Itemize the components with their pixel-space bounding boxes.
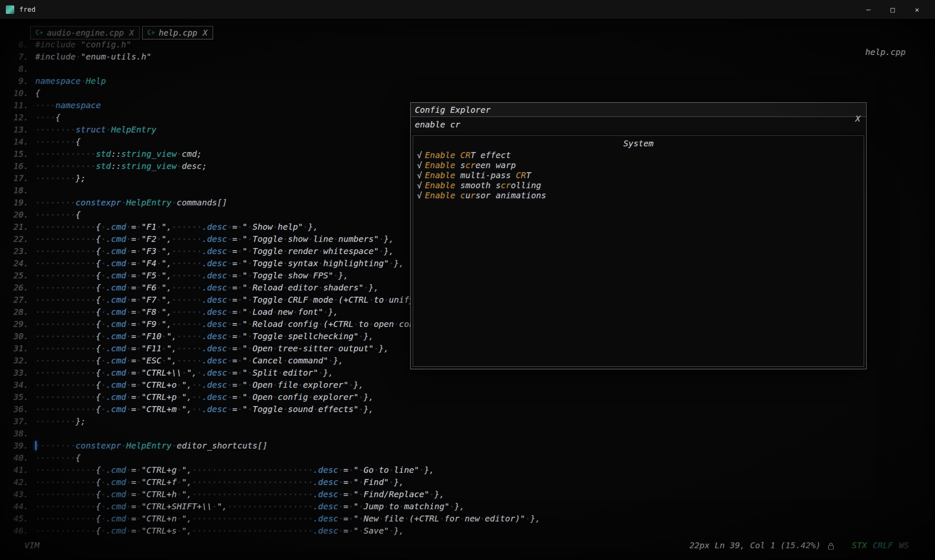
titlebar: fred — □ ✕ [0, 0, 935, 19]
file-flags: STXCRLFWS [852, 540, 909, 550]
code-line-44[interactable]: 44.············{·.cmd·=·"CTRL+SHIFT+\\·"… [11, 500, 935, 513]
line-number: 36. [11, 403, 35, 415]
code-line-6[interactable]: 6.#include·"config.h" [11, 39, 935, 51]
code-line-42[interactable]: 42.············{·.cmd·=·"CTRL+f·",······… [11, 476, 935, 488]
status-flag-ws: WS [899, 540, 909, 550]
window-title: fred [19, 5, 36, 13]
popup-close-button[interactable]: X [855, 114, 860, 124]
code-line-45[interactable]: 45.············{·.cmd·=·"CTRL+n·",······… [11, 513, 935, 525]
line-number: 15. [11, 148, 35, 160]
tab-label: audio-engine.cpp [47, 28, 124, 37]
line-number: 16. [11, 160, 35, 172]
line-number: 31. [11, 342, 35, 355]
line-number: 10. [11, 87, 35, 99]
line-number: 35. [11, 391, 35, 403]
line-number: 45. [11, 513, 35, 525]
code-line-37[interactable]: 37.········}; [11, 415, 935, 428]
line-number: 38. [11, 428, 35, 440]
checkbox-checked-icon[interactable]: √ [417, 190, 422, 200]
code-line-36[interactable]: 36.············{·.cmd·=·"CTRL+m·",··.des… [11, 403, 935, 415]
tab-close-icon[interactable]: X [203, 28, 207, 37]
buffer-filename-badge: help.cpp [865, 47, 906, 57]
line-number: 7. [11, 51, 35, 63]
status-flag-crlf: CRLF [873, 540, 893, 550]
code-line-41[interactable]: 41.············{·.cmd·=·"CTRL+g·",······… [11, 464, 935, 476]
line-number: 22. [11, 233, 35, 245]
line-number: 13. [11, 124, 35, 136]
config-explorer-popup: Config Explorer X enable cr System √Enab… [410, 102, 867, 369]
code-line-35[interactable]: 35.············{·.cmd·=·"CTRL+p·",··.des… [11, 391, 935, 403]
line-number: 23. [11, 245, 35, 257]
cpp-file-icon: C+ [148, 29, 155, 36]
code-line-39[interactable]: 39.········constexpr·HelpEntry·editor_sh… [11, 440, 935, 452]
config-option[interactable]: √Enable cursor animations [413, 190, 864, 200]
line-number: 25. [11, 270, 35, 282]
config-search-input[interactable]: enable cr [411, 117, 866, 132]
line-number: 9. [11, 75, 35, 87]
code-line-40[interactable]: 40.········{ [11, 452, 935, 464]
line-number: 26. [11, 282, 35, 294]
code-line-34[interactable]: 34.············{·.cmd·=·"CTRL+o·",··.des… [11, 379, 935, 391]
cursor-position-info: 22px Ln 39, Col 1 (15.42%) [690, 540, 821, 550]
status-flag-stx: STX [852, 540, 867, 550]
minimize-button[interactable]: — [856, 5, 880, 14]
line-number: 17. [11, 172, 35, 184]
line-number: 34. [11, 379, 35, 391]
line-number: 40. [11, 452, 35, 464]
tab-close-icon[interactable]: X [129, 28, 134, 37]
line-number: 12. [11, 111, 35, 124]
line-number: 44. [11, 500, 35, 513]
line-number: 14. [11, 136, 35, 148]
window-controls: — □ ✕ [856, 5, 929, 14]
config-option[interactable]: √Enable smooth scrolling [413, 180, 864, 190]
lock-icon [828, 542, 834, 550]
code-line-43[interactable]: 43.············{·.cmd·=·"CTRL+h·",······… [11, 488, 935, 500]
cpp-file-icon: C+ [36, 29, 43, 36]
checkbox-checked-icon[interactable]: √ [417, 170, 422, 180]
tab-label: help.cpp [159, 28, 198, 37]
checkbox-checked-icon[interactable]: √ [417, 180, 422, 190]
line-number: 28. [11, 306, 35, 318]
tab-audio-engine-cpp[interactable]: C+ audio-engine.cpp X [30, 26, 140, 39]
line-number: 32. [11, 355, 35, 367]
code-line-10[interactable]: 10.{ [11, 87, 935, 99]
line-number: 21. [11, 221, 35, 233]
line-number: 39. [11, 440, 35, 452]
config-options-panel: System √Enable CRT effect√Enable screen … [413, 135, 864, 367]
line-number: 11. [11, 99, 35, 111]
line-number: 29. [11, 318, 35, 330]
line-number: 46. [11, 525, 35, 537]
line-number: 24. [11, 257, 35, 270]
maximize-button[interactable]: □ [880, 5, 905, 14]
checkbox-checked-icon[interactable]: √ [417, 150, 422, 160]
code-line-38[interactable]: 38. [11, 428, 935, 440]
section-header-system: System [413, 138, 864, 148]
line-number: 18. [11, 184, 35, 197]
status-bar: VIM 22px Ln 39, Col 1 (15.42%) STXCRLFWS [24, 540, 909, 550]
config-options-list: √Enable CRT effect√Enable screen warp√En… [413, 150, 864, 200]
line-number: 30. [11, 330, 35, 342]
line-number: 37. [11, 415, 35, 428]
line-number: 33. [11, 367, 35, 379]
line-number: 43. [11, 488, 35, 500]
code-line-46[interactable]: 46.············{·.cmd·=·"CTRL+s·",······… [11, 525, 935, 537]
tab-help-cpp[interactable]: C+ help.cpp X [142, 26, 213, 39]
popup-title: Config Explorer [411, 103, 866, 117]
close-button[interactable]: ✕ [905, 5, 929, 14]
config-option[interactable]: √Enable multi-pass CRT [413, 170, 864, 180]
line-number: 27. [11, 294, 35, 306]
config-option[interactable]: √Enable screen warp [413, 160, 864, 170]
line-number: 42. [11, 476, 35, 488]
editor-screen: 6.#include·"config.h"7.#include·"enum-ut… [0, 19, 935, 560]
line-number: 19. [11, 197, 35, 209]
line-number: 8. [11, 63, 35, 75]
line-number: 6. [11, 39, 35, 51]
config-option[interactable]: √Enable CRT effect [413, 150, 864, 160]
checkbox-checked-icon[interactable]: √ [417, 160, 422, 170]
line-number: 20. [11, 209, 35, 221]
code-line-7[interactable]: 7.#include·"enum-utils.h" [11, 51, 935, 63]
code-line-9[interactable]: 9.namespace·Help [11, 75, 935, 87]
code-line-8[interactable]: 8. [11, 63, 935, 75]
vim-mode-indicator: VIM [24, 540, 39, 550]
line-number: 41. [11, 464, 35, 476]
